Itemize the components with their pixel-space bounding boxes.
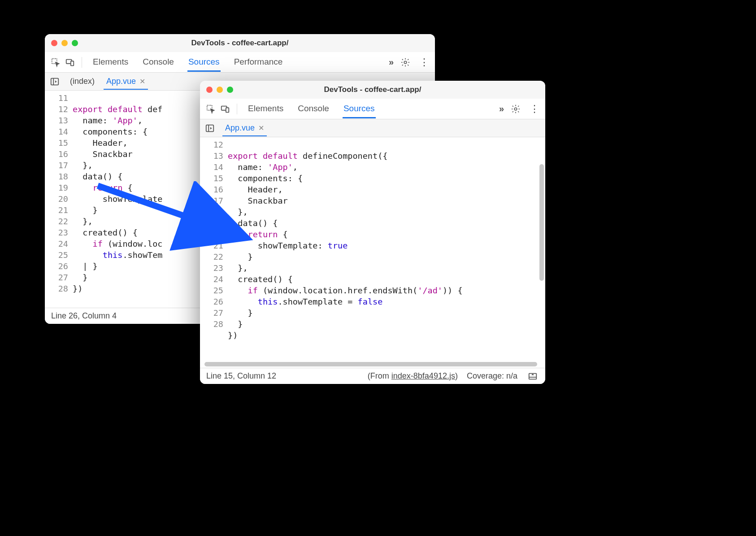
close-tab-icon[interactable]: ✕ xyxy=(139,77,145,86)
show-drawer-icon[interactable] xyxy=(526,370,539,383)
minimize-window-icon[interactable] xyxy=(217,87,223,93)
inspect-element-icon[interactable] xyxy=(49,56,62,69)
devtools-window-front: DevTools - coffee-cart.app/ Elements Con… xyxy=(200,81,545,384)
source-map-link[interactable]: index-8bfa4912.js xyxy=(391,371,455,380)
svg-rect-8 xyxy=(226,108,229,112)
titlebar: DevTools - coffee-cart.app/ xyxy=(200,81,545,99)
tab-elements[interactable]: Elements xyxy=(92,53,129,71)
tab-console[interactable]: Console xyxy=(297,100,330,118)
more-tabs-icon[interactable]: » xyxy=(389,57,393,67)
file-tab-label: App.vue xyxy=(225,123,255,133)
tab-elements[interactable]: Elements xyxy=(247,100,284,118)
coverage-status: Coverage: n/a xyxy=(467,371,517,381)
svg-point-3 xyxy=(404,61,407,64)
cursor-position: Line 26, Column 4 xyxy=(51,311,117,321)
code-content[interactable]: export default defineComponent({ name: '… xyxy=(228,137,545,368)
close-tab-icon[interactable]: ✕ xyxy=(258,124,264,132)
window-title: DevTools - coffee-cart.app/ xyxy=(200,85,545,94)
toolbar-right: » ⋮ xyxy=(389,56,430,69)
zoom-window-icon[interactable] xyxy=(227,87,233,93)
inspect-element-icon[interactable] xyxy=(204,103,217,115)
toolbar-separator xyxy=(82,57,82,68)
source-mapped-from: (From index-8bfa4912.js) xyxy=(368,371,458,381)
close-window-icon[interactable] xyxy=(51,40,57,46)
window-title: DevTools - coffee-cart.app/ xyxy=(45,39,435,48)
main-toolbar: Elements Console Sources » ⋮ xyxy=(200,99,545,119)
panel-tabs: Elements Console Sources xyxy=(247,100,497,118)
tab-sources[interactable]: Sources xyxy=(187,53,221,72)
panel-tabs: Elements Console Sources Performance xyxy=(92,53,387,71)
device-toggle-icon[interactable] xyxy=(64,56,76,69)
traffic-lights xyxy=(206,87,233,93)
svg-point-9 xyxy=(514,108,517,110)
line-gutter: 1213141516171819202122232425262728 xyxy=(200,137,228,368)
settings-icon[interactable] xyxy=(399,56,412,69)
file-tab-index[interactable]: (index) xyxy=(67,74,97,89)
cursor-position: Line 15, Column 12 xyxy=(206,371,276,381)
settings-icon[interactable] xyxy=(509,103,522,115)
navigator-toggle-icon[interactable] xyxy=(204,122,216,135)
kebab-menu-icon[interactable]: ⋮ xyxy=(528,103,541,115)
tab-console[interactable]: Console xyxy=(142,53,175,71)
more-tabs-icon[interactable]: » xyxy=(499,104,503,114)
toolbar-separator xyxy=(237,104,237,114)
svg-rect-10 xyxy=(206,125,214,131)
line-gutter: 111213141516171819202122232425262728 xyxy=(45,91,73,308)
code-editor[interactable]: 1213141516171819202122232425262728 expor… xyxy=(200,137,545,368)
file-tabs: App.vue ✕ xyxy=(200,119,545,137)
titlebar: DevTools - coffee-cart.app/ xyxy=(45,34,435,52)
tab-sources[interactable]: Sources xyxy=(343,100,376,118)
navigator-toggle-icon[interactable] xyxy=(48,75,61,88)
file-tab-appvue[interactable]: App.vue ✕ xyxy=(104,74,148,90)
svg-rect-2 xyxy=(71,61,74,65)
status-bar: Line 15, Column 12 (From index-8bfa4912.… xyxy=(200,368,545,384)
toolbar-right: » ⋮ xyxy=(499,103,541,115)
svg-rect-4 xyxy=(51,78,59,85)
traffic-lights xyxy=(51,40,78,46)
tab-performance[interactable]: Performance xyxy=(233,53,284,71)
zoom-window-icon[interactable] xyxy=(72,40,78,46)
file-tab-label: App.vue xyxy=(106,77,136,86)
main-toolbar: Elements Console Sources Performance » ⋮ xyxy=(45,52,435,73)
close-window-icon[interactable] xyxy=(206,87,213,93)
vertical-scrollbar[interactable] xyxy=(539,164,544,281)
file-tab-appvue[interactable]: App.vue ✕ xyxy=(222,121,267,136)
file-tab-label: (index) xyxy=(70,77,95,86)
device-toggle-icon[interactable] xyxy=(219,103,231,115)
horizontal-scrollbar[interactable] xyxy=(204,362,537,366)
minimize-window-icon[interactable] xyxy=(61,40,68,46)
kebab-menu-icon[interactable]: ⋮ xyxy=(418,56,430,69)
